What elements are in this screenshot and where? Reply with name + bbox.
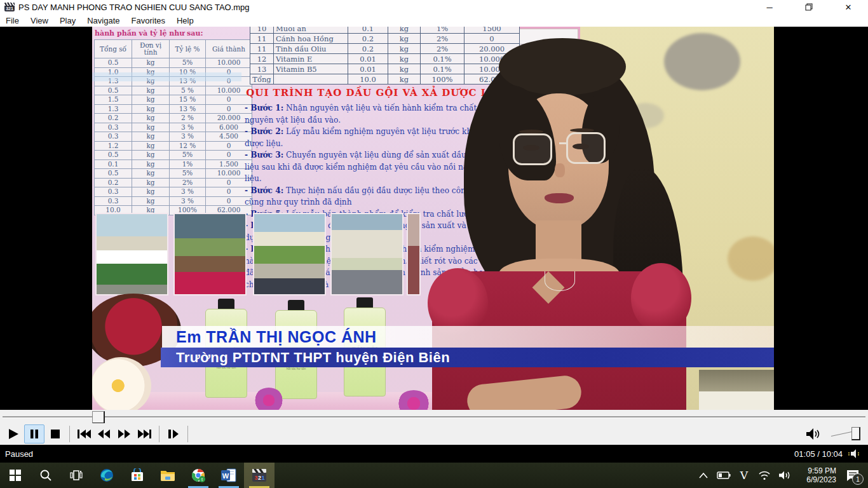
close-button[interactable]: ✕ bbox=[829, 0, 868, 14]
bottle-cap bbox=[288, 300, 304, 310]
skip-end-button[interactable] bbox=[135, 425, 154, 443]
process-title: QUI TRÌNH TẠO DẦU GỘI VÀ XẢ DƯỢC LIỆU bbox=[245, 87, 512, 98]
separator bbox=[159, 426, 159, 442]
table-row: 0.2kg2 %20.000 bbox=[95, 114, 252, 123]
taskbar-chrome[interactable]: t bbox=[183, 463, 214, 488]
necklace bbox=[545, 271, 575, 291]
fast-forward-button[interactable] bbox=[115, 425, 134, 443]
playback-status: Paused bbox=[5, 449, 33, 459]
table-row: 11Cánh hoa Hồng0.2kg2%0 bbox=[250, 34, 520, 44]
white-flower bbox=[92, 357, 151, 410]
table-row: 1.2kg12 %0 bbox=[95, 141, 252, 151]
menu-play[interactable]: Play bbox=[54, 14, 81, 27]
time-display: 01:05 / 10:04 bbox=[794, 449, 843, 459]
table-row: 12Vitamin E0.01kg0.1%10.000 bbox=[250, 54, 520, 64]
menu-favorites[interactable]: Favorites bbox=[126, 14, 171, 27]
window-title: PS DAY MANH PHONG TRAO NGHIEN CUU SANG T… bbox=[18, 3, 250, 12]
table-row: 0.5kg5%10.000 bbox=[95, 169, 252, 179]
table-row: 0.3kg3 %4.500 bbox=[95, 132, 252, 142]
start-button[interactable] bbox=[0, 463, 31, 488]
store-icon bbox=[130, 468, 144, 482]
glasses-lens bbox=[566, 132, 606, 164]
ingredients-cost-table: 10Muối ăn0.1kg1%150011Cánh hoa Hồng0.2kg… bbox=[250, 27, 520, 85]
title-bar: 321 PS DAY MANH PHONG TRAO NGHIEN CUU SA… bbox=[0, 0, 868, 14]
windows-icon bbox=[10, 470, 21, 481]
ingredients-ratio-table: Tổng sốĐơn vị tínhTỷ lệ %Giá thành0.5kg5… bbox=[94, 39, 252, 215]
search-button[interactable] bbox=[31, 463, 61, 488]
rewind-button[interactable] bbox=[95, 425, 114, 443]
menu-file[interactable]: File bbox=[0, 14, 25, 27]
table-header-row: Tổng sốĐơn vị tínhTỷ lệ %Giá thành bbox=[95, 40, 252, 58]
puff-sleeve bbox=[631, 263, 691, 333]
taskbar: t W 3 2 1 V bbox=[0, 463, 868, 488]
step-forward-icon bbox=[168, 429, 179, 439]
separator bbox=[69, 426, 70, 442]
restore-button[interactable] bbox=[789, 0, 829, 14]
taskbar-media-player-classic[interactable]: 3 2 1 bbox=[244, 463, 275, 488]
stop-icon bbox=[50, 429, 60, 439]
notification-badge: 1 bbox=[852, 473, 864, 485]
task-view-button[interactable] bbox=[61, 463, 92, 488]
caption-school-bar: Trường PTDTNT THPT huyện Điện Biên bbox=[161, 348, 774, 367]
status-speaker-icon bbox=[848, 449, 862, 459]
pause-button[interactable] bbox=[24, 424, 44, 444]
glasses-bridge bbox=[559, 142, 568, 144]
taskbar-clock[interactable]: 9:59 PM 6/9/2023 bbox=[797, 466, 836, 484]
battery-icon[interactable] bbox=[715, 463, 732, 488]
table-row: 0.3kg3 %0 bbox=[95, 187, 252, 197]
table-row: 0.2kg2%0 bbox=[95, 178, 252, 187]
svg-text:t: t bbox=[201, 477, 203, 482]
table-row: 10Muối ăn0.1kg1%1500 bbox=[250, 27, 520, 34]
volume-thumb[interactable] bbox=[851, 427, 860, 440]
lips bbox=[545, 193, 574, 203]
seek-bar[interactable] bbox=[0, 410, 868, 423]
speaker-icon[interactable] bbox=[776, 463, 793, 488]
notification-center-button[interactable]: 1 bbox=[840, 463, 865, 488]
caption-school: Trường PTDTNT THPT huyện Điện Biên bbox=[176, 349, 450, 366]
edge-icon bbox=[99, 468, 114, 483]
table-row: 11Tinh dầu Oliu0.2kg2%20.000 bbox=[250, 44, 520, 54]
video-frame: hành phần và tỷ lệ như sau: Tổng sốĐơn v… bbox=[92, 27, 774, 410]
menu-help[interactable]: Help bbox=[171, 14, 200, 27]
ingredients-note: hành phần và tỷ lệ như sau: bbox=[95, 29, 203, 37]
seek-track[interactable] bbox=[3, 416, 865, 418]
taskbar-edge[interactable] bbox=[92, 463, 122, 488]
nose bbox=[555, 163, 565, 177]
taskbar-store[interactable] bbox=[122, 463, 153, 488]
tray-chevron-icon[interactable] bbox=[695, 463, 712, 488]
seek-thumb[interactable] bbox=[92, 411, 105, 424]
caption-name: Em TRẦN THỊ NGỌC ÁNH bbox=[176, 328, 377, 346]
svg-text:3: 3 bbox=[254, 475, 257, 481]
step-forward-button[interactable] bbox=[164, 425, 183, 443]
menu-bar: File View Play Navigate Favorites Help bbox=[0, 14, 868, 27]
menu-view[interactable]: View bbox=[25, 14, 54, 27]
table-row: 1.3kg13 %0 bbox=[95, 104, 252, 114]
minimize-button[interactable]: ─ bbox=[750, 0, 789, 14]
svg-text:W: W bbox=[222, 472, 229, 480]
taskbar-file-explorer[interactable] bbox=[153, 463, 183, 488]
glare-overlay bbox=[92, 72, 241, 81]
volume-slider[interactable] bbox=[831, 427, 860, 441]
table-row: 0.5kg5%0 bbox=[95, 151, 252, 160]
skip-start-button[interactable] bbox=[74, 425, 93, 443]
status-bar: Paused 01:05 / 10:04 bbox=[0, 445, 868, 463]
taskbar-word[interactable]: W bbox=[214, 463, 244, 488]
stop-button[interactable] bbox=[46, 425, 65, 443]
mpc-icon: 3 2 1 bbox=[251, 468, 268, 483]
table-row: 0.1kg1%1.500 bbox=[95, 159, 252, 169]
play-button[interactable] bbox=[4, 425, 23, 443]
table-row: 1.5kg15 %0 bbox=[95, 95, 252, 105]
skip-start-icon bbox=[77, 429, 91, 439]
rewind-icon bbox=[97, 429, 111, 439]
wifi-icon[interactable] bbox=[756, 463, 773, 488]
table-row: 0.3kg3 %0 bbox=[95, 196, 252, 206]
wall-patch bbox=[664, 33, 740, 90]
volume-icon[interactable] bbox=[806, 427, 822, 441]
separator bbox=[187, 426, 188, 442]
pink-flower bbox=[254, 388, 283, 410]
chrome-icon: t bbox=[191, 468, 206, 483]
video-viewport[interactable]: hành phần và tỷ lệ như sau: Tổng sốĐơn v… bbox=[0, 27, 868, 410]
column-header: Giá thành bbox=[206, 40, 252, 58]
menu-navigate[interactable]: Navigate bbox=[81, 14, 125, 27]
v-app-icon[interactable]: V bbox=[736, 463, 752, 488]
